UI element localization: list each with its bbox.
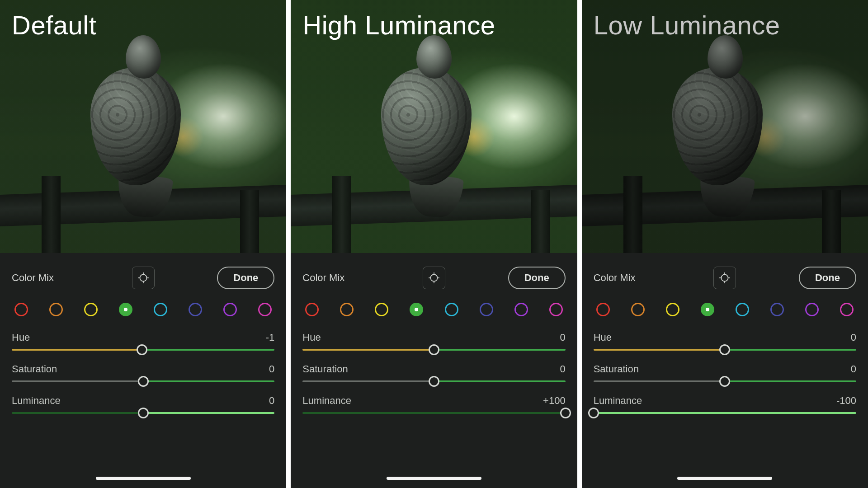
color-swatch-red[interactable]: [596, 303, 610, 316]
color-swatch-red[interactable]: [14, 303, 28, 316]
preview-image: High Luminance: [291, 0, 577, 253]
saturation-value: 0: [851, 363, 856, 375]
saturation-slider[interactable]: [594, 380, 856, 382]
luminance-label: Luminance: [302, 395, 351, 407]
target-icon: [719, 272, 731, 284]
luminance-slider-thumb[interactable]: [560, 408, 571, 418]
color-swatch-green[interactable]: [410, 303, 423, 316]
color-swatch-row: [12, 303, 274, 316]
saturation-slider-thumb[interactable]: [138, 376, 149, 387]
luminance-slider-block: Luminance +100: [302, 395, 565, 414]
luminance-slider-thumb[interactable]: [138, 408, 149, 418]
color-mix-controls: Color Mix Done: [291, 253, 577, 488]
color-swatch-blue[interactable]: [480, 303, 493, 316]
color-swatch-magenta[interactable]: [549, 303, 563, 316]
panel-title: Color Mix: [12, 272, 54, 284]
color-swatch-blue[interactable]: [770, 303, 784, 316]
preview-image: Default: [0, 0, 286, 253]
target-icon: [137, 272, 149, 284]
luminance-value: +100: [543, 395, 566, 407]
saturation-slider[interactable]: [302, 380, 565, 382]
color-swatch-red[interactable]: [305, 303, 319, 316]
svg-point-10: [722, 274, 728, 281]
done-button[interactable]: Done: [217, 267, 274, 289]
done-button[interactable]: Done: [508, 267, 566, 289]
saturation-slider[interactable]: [12, 380, 274, 382]
panel-caption: Default: [12, 10, 96, 40]
editor-panel: Default Color Mix Done: [0, 0, 286, 488]
color-swatch-blue[interactable]: [189, 303, 202, 316]
luminance-slider-thumb[interactable]: [588, 408, 599, 418]
color-swatch-orange[interactable]: [340, 303, 354, 316]
saturation-label: Saturation: [302, 363, 348, 375]
luminance-slider-block: Luminance -100: [594, 395, 856, 414]
hue-slider-block: Hue 0: [594, 332, 856, 351]
hue-slider-block: Hue 0: [302, 332, 565, 351]
color-swatch-purple[interactable]: [514, 303, 528, 316]
hue-slider[interactable]: [12, 349, 274, 351]
color-swatch-yellow[interactable]: [375, 303, 388, 316]
hue-slider-thumb[interactable]: [429, 344, 439, 355]
hue-slider-block: Hue -1: [12, 332, 274, 351]
saturation-value: 0: [269, 363, 274, 375]
editor-panel: Low Luminance Color Mix Done: [582, 0, 868, 488]
targeted-adjustment-button[interactable]: [423, 267, 445, 289]
panel-title: Color Mix: [302, 272, 344, 284]
color-swatch-green[interactable]: [701, 303, 714, 316]
target-icon: [428, 272, 440, 284]
color-swatch-row: [594, 303, 856, 316]
luminance-slider[interactable]: [594, 412, 856, 414]
panel-title: Color Mix: [594, 272, 636, 284]
hue-value: 0: [851, 332, 856, 343]
color-swatch-purple[interactable]: [805, 303, 819, 316]
done-button[interactable]: Done: [799, 267, 856, 289]
editor-panel: High Luminance Color Mix Done: [291, 0, 577, 488]
color-swatch-row: [302, 303, 565, 316]
color-mix-controls: Color Mix Done: [0, 253, 286, 488]
preview-image: Low Luminance: [582, 0, 868, 253]
color-swatch-aqua[interactable]: [445, 303, 458, 316]
panel-caption: High Luminance: [302, 10, 495, 40]
color-swatch-yellow[interactable]: [84, 303, 98, 316]
home-indicator[interactable]: [677, 477, 772, 480]
color-swatch-aqua[interactable]: [736, 303, 749, 316]
saturation-value: 0: [560, 363, 565, 375]
hue-slider[interactable]: [302, 349, 565, 351]
saturation-label: Saturation: [594, 363, 639, 375]
svg-point-0: [140, 274, 146, 281]
color-mix-controls: Color Mix Done: [582, 253, 868, 488]
color-swatch-orange[interactable]: [49, 303, 63, 316]
saturation-slider-block: Saturation 0: [594, 363, 856, 382]
luminance-slider[interactable]: [12, 412, 274, 414]
color-swatch-purple[interactable]: [223, 303, 237, 316]
hue-slider-thumb[interactable]: [137, 344, 147, 355]
saturation-slider-thumb[interactable]: [429, 376, 439, 387]
hue-value: 0: [560, 332, 565, 343]
hue-label: Hue: [302, 332, 321, 343]
hue-slider[interactable]: [594, 349, 856, 351]
luminance-value: 0: [269, 395, 274, 407]
home-indicator[interactable]: [387, 477, 481, 480]
luminance-label: Luminance: [12, 395, 61, 407]
luminance-slider-block: Luminance 0: [12, 395, 274, 414]
saturation-slider-thumb[interactable]: [719, 376, 730, 387]
hue-label: Hue: [594, 332, 612, 343]
color-swatch-yellow[interactable]: [666, 303, 679, 316]
targeted-adjustment-button[interactable]: [132, 267, 155, 289]
luminance-label: Luminance: [594, 395, 642, 407]
hue-slider-thumb[interactable]: [719, 344, 730, 355]
color-swatch-magenta[interactable]: [840, 303, 854, 316]
color-swatch-aqua[interactable]: [154, 303, 167, 316]
color-swatch-magenta[interactable]: [258, 303, 272, 316]
luminance-value: -100: [836, 395, 856, 407]
saturation-label: Saturation: [12, 363, 57, 375]
hue-value: -1: [266, 332, 275, 343]
home-indicator[interactable]: [96, 477, 191, 480]
targeted-adjustment-button[interactable]: [713, 267, 736, 289]
saturation-slider-block: Saturation 0: [12, 363, 274, 382]
color-swatch-green[interactable]: [119, 303, 132, 316]
panel-caption: Low Luminance: [594, 10, 780, 40]
saturation-slider-block: Saturation 0: [302, 363, 565, 382]
color-swatch-orange[interactable]: [631, 303, 645, 316]
luminance-slider[interactable]: [302, 412, 565, 414]
